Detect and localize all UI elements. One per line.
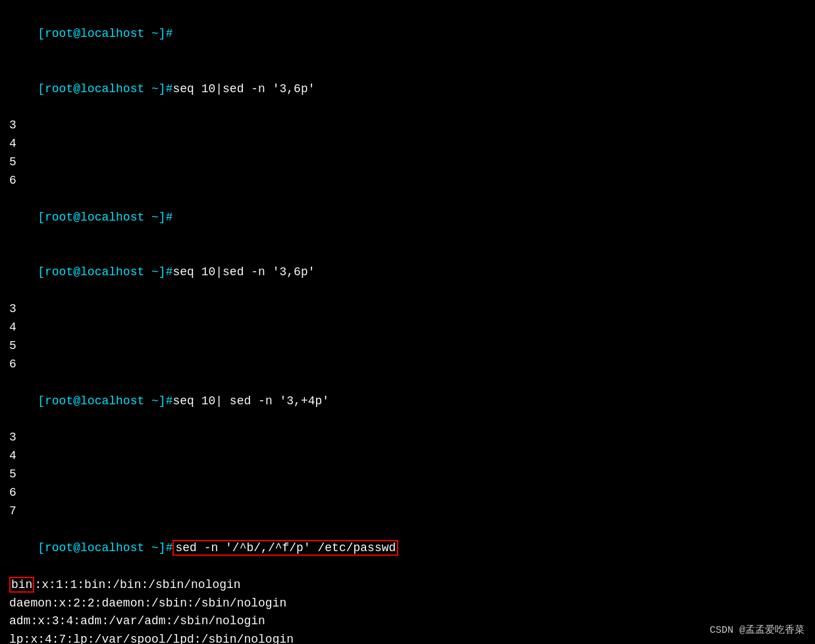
terminal-line: [root@localhost ~]#seq 10|sed -n '3,6p' [9,246,806,301]
bin-rest: :x:1:1:bin:/bin:/sbin/nologin [34,578,240,591]
prompt: [root@localhost ~]# [38,394,172,408]
terminal-line: [root@localhost ~]#seq 10| sed -n '3,+4p… [9,374,806,429]
output-line: 7 [9,502,806,521]
output-line: 5 [9,466,806,484]
output-line: 3 [9,117,806,135]
output-line: 3 [9,300,806,319]
highlighted-command: sed -n '/^b/,/^f/p' /etc/passwd [172,540,398,556]
output-line: 4 [9,447,806,466]
command-text: seq 10| sed -n '3,+4p' [172,394,329,408]
prompt: [root@localhost ~]# [38,211,172,224]
prompt: [root@localhost ~]# [38,541,172,554]
output-line-bin: bin:x:1:1:bin:/bin:/sbin/nologin [9,576,806,595]
output-line: 6 [9,356,806,374]
terminal: [root@localhost ~]# [root@localhost ~]#s… [0,0,815,644]
prompt: [root@localhost ~]# [38,82,172,95]
watermark: CSDN @孟孟爱吃香菜 [710,624,804,636]
terminal-line: [root@localhost ~]#seq 10|sed -n '3,6p' [9,62,806,117]
output-line: 3 [9,429,806,447]
output-line: 4 [9,135,806,153]
output-line: 5 [9,337,806,356]
terminal-line: [root@localhost ~]# [9,190,806,246]
output-line: daemon:x:2:2:daemon:/sbin:/sbin/nologin [9,595,806,613]
prompt: [root@localhost ~]# [38,265,172,279]
terminal-line-highlighted: [root@localhost ~]#sed -n '/^b/,/^f/p' /… [9,521,806,576]
output-line: 6 [9,484,806,502]
command-text: sed -n '/^b/,/^f/p' /etc/passwd [175,541,396,554]
prompt: [root@localhost ~]# [38,27,172,40]
bin-highlight: bin [9,577,34,593]
output-line: lp:x:4:7:lp:/var/spool/lpd:/sbin/nologin [9,631,806,644]
output-line: adm:x:3:4:adm:/var/adm:/sbin/nologin [9,612,806,631]
command-text: seq 10|sed -n '3,6p' [172,265,315,279]
output-line: 6 [9,172,806,190]
command-text: seq 10|sed -n '3,6p' [172,82,315,95]
terminal-line: [root@localhost ~]# [9,7,806,62]
output-line: 5 [9,153,806,172]
output-line: 4 [9,319,806,337]
